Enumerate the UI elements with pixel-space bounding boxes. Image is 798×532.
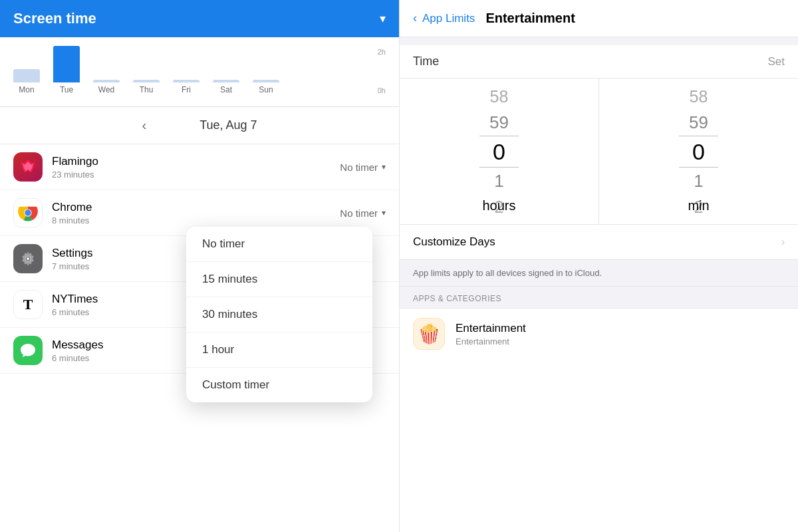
y-axis-labels: 2h 0h bbox=[378, 48, 386, 94]
flamingo-dropdown-arrow-icon: ▾ bbox=[382, 162, 386, 172]
date-navigation: ‹ Tue, Aug 7 bbox=[0, 107, 399, 144]
customize-days-row[interactable]: Customize Days › bbox=[400, 225, 798, 260]
bar-tue: Tue bbox=[53, 46, 80, 94]
messages-app-icon bbox=[13, 336, 43, 365]
settings-gear-icon bbox=[19, 250, 37, 267]
flamingo-app-time: 23 minutes bbox=[52, 170, 340, 180]
messages-bubble-icon bbox=[19, 342, 37, 359]
flamingo-timer-dropdown[interactable]: No timer ▾ bbox=[340, 162, 386, 173]
entertainment-page-title: Entertainment bbox=[485, 11, 575, 26]
apps-categories-header: APPS & CATEGORIES bbox=[400, 287, 798, 309]
bar-chart: Mon Tue Wed Thu Fri bbox=[13, 48, 386, 94]
chrome-dropdown-arrow-icon: ▾ bbox=[382, 208, 386, 217]
hours-value-57: 57 bbox=[491, 78, 507, 84]
header-chevron-icon[interactable]: ▾ bbox=[380, 11, 386, 26]
header-spacer bbox=[400, 37, 798, 45]
icloud-notice: App limits apply to all devices signed i… bbox=[400, 260, 798, 287]
mins-value-59: 59 bbox=[689, 109, 708, 136]
chrome-app-time: 8 minutes bbox=[52, 215, 340, 225]
icloud-notice-text: App limits apply to all devices signed i… bbox=[413, 268, 602, 278]
timer-dropdown-menu: No timer 15 minutes 30 minutes 1 hour Cu… bbox=[186, 227, 372, 402]
mins-value-58: 58 bbox=[690, 84, 708, 109]
entertainment-icon: 🍿 bbox=[413, 318, 445, 350]
flamingo-app-name: Flamingo bbox=[52, 155, 340, 168]
flamingo-icon bbox=[19, 158, 37, 176]
dropdown-1-hour[interactable]: 1 hour bbox=[186, 332, 372, 368]
flamingo-app-icon bbox=[13, 152, 43, 182]
current-date: Tue, Aug 7 bbox=[200, 118, 257, 132]
time-section-header: Time Set bbox=[400, 45, 798, 78]
list-item: Flamingo 23 minutes No timer ▾ bbox=[0, 144, 399, 190]
bar-mon: Mon bbox=[13, 69, 40, 94]
hours-value-59: 59 bbox=[489, 109, 509, 136]
apps-categories-label: APPS & CATEGORIES bbox=[413, 294, 501, 303]
left-panel: Screen time ▾ Mon Tue Wed T bbox=[0, 0, 399, 532]
bar-sat: Sat bbox=[213, 80, 239, 94]
dropdown-15-minutes[interactable]: 15 minutes bbox=[186, 262, 372, 297]
settings-app-icon bbox=[13, 244, 43, 273]
usage-chart: Mon Tue Wed Thu Fri bbox=[0, 37, 399, 107]
bar-thu: Thu bbox=[133, 80, 160, 94]
entertainment-row: 🍿 Entertainment Entertainment bbox=[400, 309, 798, 359]
app-list: Flamingo 23 minutes No timer ▾ bbox=[0, 144, 399, 532]
dropdown-no-timer[interactable]: No timer bbox=[186, 227, 372, 262]
picker-columns-container: 57 58 59 0 1 2 3 hours 57 58 59 0 1 bbox=[400, 78, 798, 224]
entertainment-info: Entertainment Entertainment bbox=[456, 322, 526, 346]
bar-sat-bar bbox=[213, 80, 239, 82]
screen-time-title: Screen time bbox=[13, 10, 96, 27]
chrome-app-icon bbox=[13, 198, 43, 227]
date-back-button[interactable]: ‹ bbox=[142, 118, 146, 133]
minutes-picker-column[interactable]: 57 58 59 0 1 2 3 min bbox=[599, 78, 798, 224]
list-item: Chrome 8 minutes No timer ▾ No timer 15 … bbox=[0, 190, 399, 236]
bar-mon-label: Mon bbox=[19, 85, 34, 94]
hours-value-3: 3 bbox=[495, 219, 503, 225]
hours-value-1: 1 bbox=[494, 168, 503, 194]
popcorn-icon: 🍿 bbox=[418, 323, 441, 345]
bar-sun-bar bbox=[253, 80, 279, 82]
set-button[interactable]: Set bbox=[767, 55, 785, 68]
flamingo-app-info: Flamingo 23 minutes bbox=[52, 155, 340, 180]
bar-wed-label: Wed bbox=[98, 85, 114, 94]
chrome-logo-icon bbox=[18, 203, 38, 223]
back-chevron-icon: ‹ bbox=[413, 11, 417, 25]
hours-picker-column[interactable]: 57 58 59 0 1 2 3 hours bbox=[400, 78, 598, 224]
nytimes-app-icon: T bbox=[13, 290, 43, 319]
bar-tue-bar bbox=[53, 46, 80, 82]
svg-point-5 bbox=[25, 209, 31, 215]
bar-fri: Fri bbox=[173, 80, 200, 94]
customize-days-label: Customize Days bbox=[413, 235, 495, 249]
bar-sun: Sun bbox=[253, 80, 279, 94]
bar-mon-bar bbox=[13, 69, 40, 82]
mins-value-3: 3 bbox=[694, 219, 702, 225]
mins-value-selected: 0 bbox=[679, 136, 718, 168]
bars-container: Mon Tue Wed Thu Fri bbox=[13, 46, 386, 94]
bar-fri-label: Fri bbox=[182, 85, 191, 94]
bar-wed: Wed bbox=[93, 80, 120, 94]
dropdown-30-minutes[interactable]: 30 minutes bbox=[186, 297, 372, 332]
svg-point-8 bbox=[27, 257, 29, 260]
app-limits-back-button[interactable]: App Limits bbox=[422, 12, 475, 25]
chrome-timer-dropdown[interactable]: No timer ▾ bbox=[340, 207, 386, 219]
hours-unit-label: hours bbox=[482, 198, 515, 213]
right-header: ‹ App Limits Entertainment bbox=[400, 0, 798, 37]
mins-value-1: 1 bbox=[694, 168, 703, 194]
chrome-app-info: Chrome 8 minutes bbox=[52, 201, 340, 225]
hours-value-selected: 0 bbox=[479, 136, 519, 168]
dropdown-custom-timer[interactable]: Custom timer bbox=[186, 368, 372, 402]
time-label: Time bbox=[413, 55, 439, 68]
hours-value-58: 58 bbox=[490, 84, 509, 109]
flamingo-timer-label: No timer bbox=[340, 162, 378, 173]
y-label-bottom: 0h bbox=[378, 86, 386, 94]
customize-days-chevron-icon: › bbox=[781, 236, 785, 248]
screen-time-header: Screen time ▾ bbox=[0, 0, 399, 37]
bar-fri-bar bbox=[173, 80, 200, 82]
minutes-unit-label: min bbox=[688, 198, 709, 213]
bar-tue-label: Tue bbox=[60, 85, 73, 94]
bar-wed-bar bbox=[93, 80, 120, 82]
nytimes-logo-text: T bbox=[23, 296, 33, 313]
bar-sat-label: Sat bbox=[220, 85, 232, 94]
chrome-timer-label: No timer bbox=[340, 207, 378, 219]
time-picker[interactable]: 57 58 59 0 1 2 3 hours 57 58 59 0 1 bbox=[400, 78, 798, 225]
entertainment-app-sub: Entertainment bbox=[456, 336, 526, 346]
mins-value-57: 57 bbox=[690, 78, 706, 84]
